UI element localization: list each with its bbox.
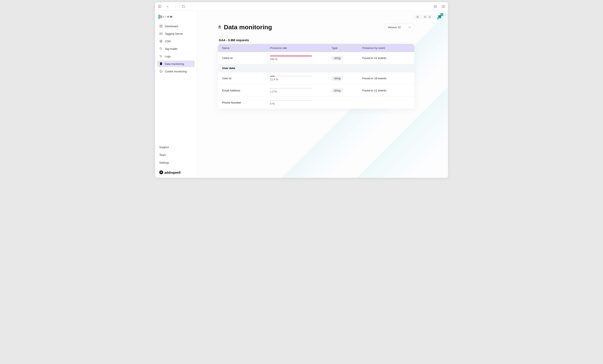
clipboard-icon (159, 62, 163, 66)
type-pill: string (331, 88, 343, 93)
cell-type: string (331, 76, 362, 81)
page-title: Data monitoring (218, 24, 272, 31)
svg-rect-5 (160, 25, 161, 26)
workspace-logo (159, 14, 194, 20)
cell-presence-rate: 0 % (270, 100, 332, 105)
table-body: Client Id100 %stringFound in 21 eventsUs… (218, 52, 414, 109)
forward-icon (174, 5, 177, 8)
col-presence-rate: Presence rate (270, 46, 332, 50)
cell-name: Client Id (222, 56, 270, 60)
app-window: Dashboard Tagging Server CDN Tag health … (155, 2, 448, 178)
app-badge-icon (436, 13, 443, 21)
svg-rect-7 (161, 26, 162, 27)
svg-rect-2 (434, 5, 437, 8)
svg-point-16 (160, 71, 161, 71)
col-name: Name (222, 46, 270, 50)
topbar (197, 11, 448, 21)
sidebar-link-support[interactable]: Support (159, 144, 193, 150)
sidebar: Dashboard Tagging Server CDN Tag health … (155, 11, 197, 178)
sidebar-item-dashboard[interactable]: Dashboard (157, 23, 195, 30)
sidebar-item-tagging-server[interactable]: Tagging Server (157, 30, 195, 37)
brand: A addingwell (159, 170, 193, 174)
svg-rect-14 (161, 62, 162, 63)
page-title-text: Data monitoring (224, 24, 272, 31)
clipboard-icon (218, 25, 221, 29)
svg-rect-9 (160, 33, 162, 34)
sidebar-item-label: Tagging Server (165, 32, 183, 35)
sidebar-item-label: Dashboard (165, 25, 178, 28)
section-label: GA4 - 5.8M requests (219, 38, 414, 42)
cell-name: Email Address (222, 89, 270, 92)
table-group: User data (218, 64, 414, 72)
table-row[interactable]: Phone Number0 % (218, 96, 414, 109)
cell-name: Phone Number (222, 101, 270, 104)
cell-presence-by-event: Found in 11 events (362, 89, 410, 92)
cell-type: string (331, 56, 362, 60)
sidebar-item-label: Cookie monitoring (165, 70, 187, 73)
sidebar-link-settings[interactable]: Settings (159, 160, 193, 165)
page-header: Data monitoring Version 32 (218, 24, 414, 31)
cell-name: User Id (222, 77, 270, 80)
topbar-placeholder (414, 15, 433, 19)
browser-toolbar (155, 2, 448, 11)
sidebar-item-tag-health[interactable]: Tag health (157, 45, 195, 52)
table-row[interactable]: Client Id100 %stringFound in 21 events (218, 52, 414, 64)
type-pill: string (331, 76, 343, 81)
svg-point-17 (161, 72, 162, 72)
sidebar-item-label: Logs (165, 55, 171, 58)
svg-point-15 (160, 70, 162, 73)
cell-presence-by-event: Found in 19 events (362, 77, 410, 80)
cell-type: string (331, 88, 362, 93)
cell-presence-rate: 1.2 % (270, 88, 332, 93)
cursor-icon (159, 55, 163, 58)
sidebar-item-logs[interactable]: Logs (157, 53, 195, 60)
brand-mark-icon: A (159, 170, 163, 174)
cell-presence-rate: 100 % (270, 55, 332, 61)
svg-rect-6 (161, 25, 162, 26)
sidebar-item-data-monitoring[interactable]: Data monitoring (157, 60, 195, 67)
cell-presence-by-event: Found in 21 events (362, 56, 410, 60)
svg-rect-3 (442, 5, 444, 8)
chevron-down-icon (408, 25, 411, 29)
server-icon (159, 32, 163, 35)
panel-left-icon[interactable] (158, 5, 162, 8)
sidebar-footer: Support Team Settings A addingwell (157, 143, 195, 174)
type-pill: string (331, 56, 343, 60)
sidebar-item-label: Tag health (165, 47, 177, 50)
table-header: Name Presence rate Type Presence by even… (218, 44, 414, 52)
svg-rect-0 (159, 5, 161, 8)
sidebar-item-cdn[interactable]: CDN (157, 38, 195, 44)
version-select[interactable]: Version 32 (385, 24, 414, 31)
sidebar-nav: Dashboard Tagging Server CDN Tag health … (157, 23, 195, 75)
globe-icon (159, 40, 163, 43)
sidebar-item-cookie-monitoring[interactable]: Cookie monitoring (157, 68, 195, 75)
sidebar-item-label: CDN (165, 40, 171, 43)
cell-presence-rate: 11.4 % (270, 76, 332, 81)
col-type: Type (331, 46, 362, 50)
svg-point-12 (160, 48, 161, 48)
reload-icon[interactable] (182, 5, 185, 8)
extensions-icon[interactable] (434, 5, 437, 8)
svg-rect-10 (160, 34, 162, 35)
svg-rect-8 (160, 26, 161, 27)
table-row[interactable]: Email Address1.2 %stringFound in 11 even… (218, 84, 414, 96)
back-icon[interactable] (166, 5, 169, 8)
cookie-icon (159, 70, 163, 73)
table-row[interactable]: User Id11.4 %stringFound in 19 events (218, 72, 414, 84)
sidebar-item-label: Data monitoring (165, 62, 184, 66)
panel-right-icon[interactable] (441, 5, 445, 8)
tag-icon (159, 47, 163, 50)
main: Data monitoring Version 32 GA4 - 5.8M re… (197, 11, 448, 178)
version-select-label: Version 32 (388, 26, 401, 29)
data-table: Name Presence rate Type Presence by even… (218, 44, 414, 109)
col-presence-by-event: Presence by event (362, 46, 410, 50)
sidebar-link-team[interactable]: Team (159, 152, 193, 158)
grid-icon (159, 24, 163, 28)
brand-name: addingwell (164, 171, 181, 174)
